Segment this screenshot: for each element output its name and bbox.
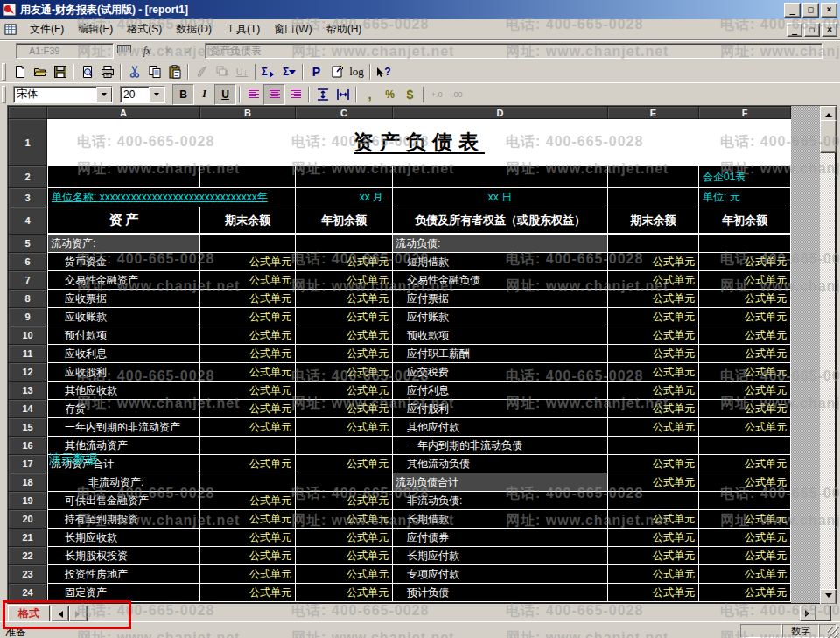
column-header-E[interactable]: E	[608, 107, 699, 119]
align-right-button[interactable]	[285, 85, 305, 104]
cell-D6[interactable]: 短期借款	[393, 253, 608, 271]
cell-B13[interactable]: 公式单元	[200, 382, 296, 400]
cell-name-box[interactable]: A1:F39	[16, 43, 114, 59]
cell-D19[interactable]: 非流动负债:	[393, 492, 608, 510]
cell-A5[interactable]: 流动资产:	[47, 235, 200, 253]
cell-F20[interactable]: 公式单元	[699, 510, 791, 529]
cell-F21[interactable]: 公式单元	[699, 529, 791, 547]
row-header-17[interactable]: 17	[9, 455, 47, 473]
keyboard-button[interactable]	[117, 44, 135, 59]
fill-down-button[interactable]	[212, 62, 232, 81]
cell-E9[interactable]: 公式单元	[608, 308, 699, 326]
column-header-C[interactable]: C	[296, 107, 393, 119]
cell-A16[interactable]: 其他流动资产	[47, 437, 200, 455]
cell-C20[interactable]: 公式单元	[296, 510, 393, 529]
cell-E10[interactable]: 公式单元	[608, 326, 699, 345]
cell-A11[interactable]: 应收利息	[47, 345, 200, 363]
cell-F12[interactable]: 公式单元	[699, 363, 791, 382]
increase-decimal-button[interactable]: +.0	[427, 85, 447, 104]
bold-button[interactable]: B	[172, 84, 194, 105]
cell-F16[interactable]	[699, 437, 791, 455]
cell-E22[interactable]: 公式单元	[608, 547, 699, 565]
cell-C13[interactable]: 公式单元	[296, 382, 393, 400]
menu-format[interactable]: 格式(S)	[120, 19, 169, 39]
cell-D12[interactable]: 应交税费	[393, 363, 608, 382]
font-select[interactable]: 宋体	[13, 86, 113, 103]
cell-D15[interactable]: 其他应付款	[393, 418, 608, 437]
cell-A12[interactable]: 应收股利	[47, 363, 200, 382]
cell-C19[interactable]: 公式单元	[296, 492, 393, 510]
cell-C3-month[interactable]: xx 月	[296, 188, 393, 207]
cut-button[interactable]	[124, 62, 144, 81]
sort-button[interactable]: U↓	[232, 62, 252, 81]
cell-D8[interactable]: 应付票据	[393, 290, 608, 308]
cell-E12[interactable]: 公式单元	[608, 363, 699, 382]
menu-tools[interactable]: 工具(T)	[219, 19, 267, 39]
cell-A7[interactable]: 交易性金融资产	[47, 271, 200, 290]
cell-C23[interactable]: 公式单元	[296, 565, 393, 584]
menu-edit[interactable]: 编辑(E)	[71, 19, 120, 39]
row-header-12[interactable]: 12	[9, 363, 47, 382]
column-header-B[interactable]: B	[200, 107, 296, 119]
cell-D20[interactable]: 长期借款	[393, 510, 608, 529]
scroll-right-button[interactable]	[800, 606, 816, 621]
save-button[interactable]	[50, 62, 70, 81]
cell-C18[interactable]	[296, 473, 393, 492]
cell-A8[interactable]: 应收票据	[47, 290, 200, 308]
cell-D24[interactable]: 预计负债	[393, 584, 608, 602]
row-header-15[interactable]: 15	[9, 418, 47, 437]
cell-D5[interactable]: 流动负债:	[393, 235, 608, 253]
font-size-select[interactable]: 20	[120, 86, 165, 103]
row-header-8[interactable]: 8	[9, 290, 47, 308]
row-header-2[interactable]: 2	[9, 166, 47, 188]
cell-A23[interactable]: 投资性房地产	[47, 565, 200, 584]
cell-F6[interactable]: 公式单元	[699, 253, 791, 271]
cell-C6[interactable]: 公式单元	[296, 253, 393, 271]
cell-D14[interactable]: 应付股利	[393, 400, 608, 418]
cell-C2[interactable]	[296, 166, 393, 188]
chevron-down-icon[interactable]	[96, 87, 112, 102]
cell-B2[interactable]	[200, 166, 296, 188]
cell-E20[interactable]: 公式单元	[608, 510, 699, 529]
underline-button[interactable]: U	[214, 84, 236, 105]
cell-F15[interactable]: 公式单元	[699, 418, 791, 437]
cell-B12[interactable]: 公式单元	[200, 363, 296, 382]
cell-B24[interactable]: 公式单元	[200, 584, 296, 602]
cell-E24[interactable]: 公式单元	[608, 584, 699, 602]
cell-E19[interactable]	[608, 492, 699, 510]
cell-C5[interactable]	[296, 235, 393, 253]
cell-B23[interactable]: 公式单元	[200, 565, 296, 584]
vertical-scrollbar[interactable]	[820, 106, 835, 603]
cell-D13[interactable]: 应付利息	[393, 382, 608, 400]
cell-D11[interactable]: 应付职工薪酬	[393, 345, 608, 363]
new-document-button[interactable]	[10, 62, 30, 81]
print-preview-button[interactable]	[77, 62, 97, 81]
cell-F13[interactable]: 公式单元	[699, 382, 791, 400]
cell-F4-begin-balance[interactable]: 年初余额	[699, 207, 791, 235]
function-wizard-button[interactable]: fx	[138, 44, 156, 59]
cell-E4-end-balance[interactable]: 期末余额	[608, 207, 699, 235]
cell-F9[interactable]: 公式单元	[699, 308, 791, 326]
cell-D23[interactable]: 专项应付款	[393, 565, 608, 584]
maximize-button[interactable]: □	[802, 3, 819, 18]
cell-D17[interactable]: 其他流动负债	[393, 455, 608, 473]
cell-B20[interactable]: 公式单元	[200, 510, 296, 529]
decrease-decimal-button[interactable]: .00	[447, 85, 467, 104]
row-header-3[interactable]: 3	[9, 188, 47, 207]
column-header-F[interactable]: F	[699, 107, 791, 119]
cell-F2-doc-no[interactable]: 会企01表	[699, 166, 791, 188]
menu-help[interactable]: 帮助(H)	[319, 19, 369, 39]
column-header-A[interactable]: A	[47, 107, 200, 119]
cell-C24[interactable]: 公式单元	[296, 584, 393, 602]
cell-B17[interactable]: 公式单元	[200, 455, 296, 473]
row-header-11[interactable]: 11	[9, 345, 47, 363]
cancel-entry-button[interactable]: ×	[159, 44, 177, 59]
cell-E18[interactable]: 公式单元	[608, 473, 699, 492]
cell-D16[interactable]: 一年内到期的非流动负债	[393, 437, 608, 455]
cell-A9[interactable]: 应收账款	[47, 308, 200, 326]
cell-F3-unit[interactable]: 单位: 元	[699, 188, 791, 207]
cell-C9[interactable]: 公式单元	[296, 308, 393, 326]
menu-data[interactable]: 数据(D)	[169, 19, 219, 39]
cell-E16[interactable]	[608, 437, 699, 455]
context-help-button[interactable]: ?	[374, 62, 394, 81]
